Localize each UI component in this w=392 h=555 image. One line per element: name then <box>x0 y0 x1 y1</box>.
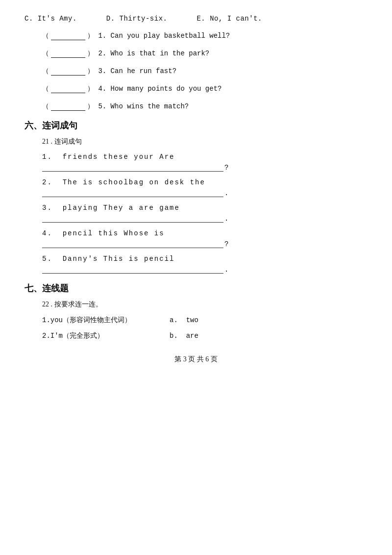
connect-left-2: 2.I'm（完全形式） <box>42 331 170 340</box>
rearrange-q1: 1. friends these your Are ? <box>42 153 368 172</box>
option-d: D. Thirty-six. <box>106 15 168 23</box>
connect-left-1: 1.you（形容词性物主代词） <box>42 316 170 325</box>
match-q2: （ ） 2. Who is that in the park? <box>42 49 368 58</box>
connect-item-1: 1.you（形容词性物主代词） a. two <box>42 316 368 325</box>
match-q5: （ ） 5. Who wins the match? <box>42 102 368 111</box>
match-q4: （ ） 4. How many points do you get? <box>42 84 368 93</box>
connect-right-2: b. are <box>170 332 198 340</box>
section7-title: 七、连线题 <box>24 282 368 294</box>
section6-title: 六、连词成句 <box>24 120 368 131</box>
rearrange-q5: 5. Danny's This is pencil . <box>42 255 368 274</box>
answer-line-4[interactable] <box>42 239 223 248</box>
section6-sub: 21 . 连词成句 <box>42 137 368 146</box>
connect-item-2: 2.I'm（完全形式） b. are <box>42 331 368 340</box>
answer-line-3[interactable] <box>42 214 223 223</box>
rearrange-q4: 4. pencil this Whose is ? <box>42 229 368 248</box>
answer-line-1[interactable] <box>42 163 223 172</box>
match-q1: （ ） 1. Can you play basketball well? <box>42 31 368 40</box>
page-footer: 第 3 页 共 6 页 <box>24 355 368 364</box>
match-q3: （ ） 3. Can he run fast? <box>42 67 368 76</box>
section7-sub: 22 . 按要求连一连。 <box>42 300 368 309</box>
option-c: C. It's Amy. <box>24 15 77 23</box>
option-e: E. No, I can't. <box>196 15 262 23</box>
answer-options-row: C. It's Amy. D. Thirty-six. E. No, I can… <box>24 15 368 23</box>
rearrange-q2: 2. The is schoolbag on desk the . <box>42 178 368 197</box>
section6: 六、连词成句 21 . 连词成句 1. friends these your A… <box>24 120 368 274</box>
connect-right-1: a. two <box>170 316 198 324</box>
footer-text: 第 3 页 共 6 页 <box>174 355 218 363</box>
section7: 七、连线题 22 . 按要求连一连。 1.you（形容词性物主代词） a. tw… <box>24 282 368 340</box>
answer-line-2[interactable] <box>42 188 223 197</box>
answer-line-5[interactable] <box>42 265 223 274</box>
matching-section: （ ） 1. Can you play basketball well? （ ）… <box>24 31 368 111</box>
rearrange-q3: 3. playing They a are game . <box>42 204 368 223</box>
